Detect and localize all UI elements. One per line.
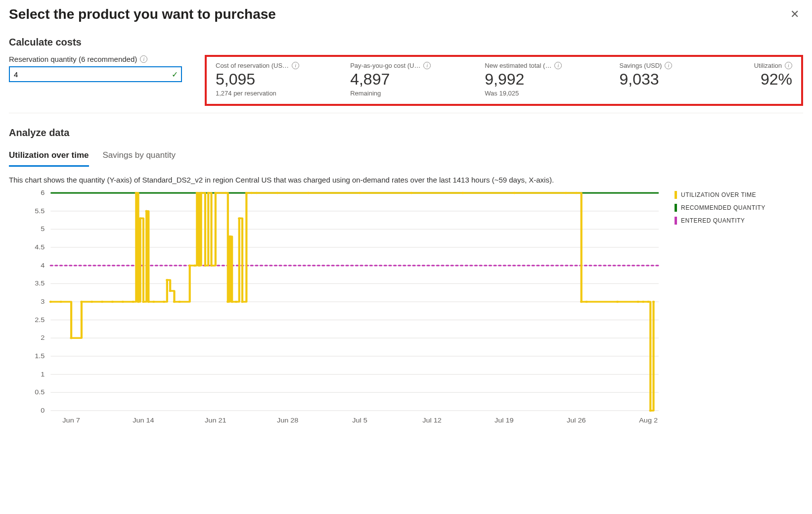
info-icon[interactable]: i bbox=[554, 62, 562, 69]
svg-point-48 bbox=[139, 217, 141, 219]
metric-label: Cost of reservation (US… bbox=[216, 62, 289, 69]
legend-item-recommended: RECOMMENDED QUANTITY bbox=[675, 204, 803, 212]
svg-text:2.5: 2.5 bbox=[35, 317, 45, 324]
svg-point-80 bbox=[410, 192, 412, 194]
close-button[interactable]: ✕ bbox=[786, 6, 803, 23]
svg-point-76 bbox=[256, 192, 258, 194]
metric-payg: Pay-as-you-go cost (U… i 4,897 Remaining bbox=[350, 62, 475, 97]
svg-point-88 bbox=[637, 301, 639, 303]
svg-text:2: 2 bbox=[41, 334, 45, 341]
svg-text:Jul 26: Jul 26 bbox=[567, 417, 586, 424]
svg-text:Jun 14: Jun 14 bbox=[133, 417, 154, 424]
info-icon[interactable]: i bbox=[292, 62, 299, 69]
info-icon[interactable]: i bbox=[140, 55, 147, 63]
legend-label: RECOMMENDED QUANTITY bbox=[681, 204, 766, 211]
legend-item-entered: ENTERED QUANTITY bbox=[675, 217, 803, 225]
close-icon: ✕ bbox=[790, 8, 799, 20]
calculate-costs-heading: Calculate costs bbox=[9, 37, 803, 48]
svg-point-71 bbox=[235, 301, 237, 303]
svg-text:Jun 28: Jun 28 bbox=[277, 417, 298, 424]
svg-point-78 bbox=[307, 192, 310, 194]
svg-point-60 bbox=[196, 192, 198, 194]
svg-text:Jul 19: Jul 19 bbox=[495, 417, 514, 424]
svg-text:Jun 21: Jun 21 bbox=[205, 417, 226, 424]
svg-point-84 bbox=[575, 192, 578, 194]
svg-point-68 bbox=[226, 301, 229, 303]
svg-point-90 bbox=[647, 301, 649, 303]
svg-point-81 bbox=[461, 192, 464, 194]
svg-point-47 bbox=[137, 301, 139, 303]
metric-label: New estimated total (… bbox=[485, 62, 551, 69]
chart-legend: UTILIZATION OVER TIME RECOMMENDED QUANTI… bbox=[665, 189, 803, 426]
info-icon[interactable]: i bbox=[423, 62, 431, 69]
svg-point-55 bbox=[169, 290, 171, 292]
svg-text:Jul 12: Jul 12 bbox=[422, 417, 442, 424]
svg-point-42 bbox=[101, 301, 103, 303]
svg-point-75 bbox=[250, 192, 253, 194]
chart-description: This chart shows the quantity (Y-axis) o… bbox=[9, 176, 803, 184]
checkmark-icon: ✓ bbox=[172, 70, 178, 79]
tab-savings-by-quantity[interactable]: Savings by quantity bbox=[103, 147, 176, 167]
svg-point-63 bbox=[204, 264, 206, 266]
svg-point-45 bbox=[132, 301, 134, 303]
svg-point-72 bbox=[238, 217, 240, 219]
svg-point-66 bbox=[214, 192, 217, 194]
svg-point-77 bbox=[276, 192, 278, 194]
svg-point-61 bbox=[198, 264, 200, 266]
svg-point-83 bbox=[565, 192, 567, 194]
metric-subtext: 1,274 per reservation bbox=[216, 90, 340, 97]
metric-value: 9,992 bbox=[485, 70, 609, 89]
info-icon[interactable]: i bbox=[785, 62, 792, 69]
svg-point-85 bbox=[580, 301, 583, 303]
legend-swatch-icon bbox=[675, 204, 677, 212]
svg-point-64 bbox=[207, 192, 210, 194]
svg-point-89 bbox=[642, 301, 644, 303]
svg-point-56 bbox=[173, 301, 176, 303]
info-icon[interactable]: i bbox=[665, 62, 672, 69]
metric-new-total: New estimated total (… i 9,992 Was 19,02… bbox=[485, 62, 609, 97]
svg-point-70 bbox=[231, 301, 233, 303]
legend-swatch-icon bbox=[675, 191, 677, 199]
svg-point-43 bbox=[111, 301, 114, 303]
svg-text:0.5: 0.5 bbox=[35, 389, 45, 396]
metric-value: 5,095 bbox=[216, 70, 340, 89]
svg-text:Jun 7: Jun 7 bbox=[62, 417, 80, 424]
metric-value: 92% bbox=[754, 70, 792, 89]
reservation-quantity-input[interactable] bbox=[9, 66, 182, 82]
metric-savings: Savings (USD) i 9,033 bbox=[619, 62, 744, 97]
reservation-quantity-label: Reservation quantity (6 recommended) bbox=[9, 55, 137, 63]
svg-point-92 bbox=[652, 301, 655, 303]
svg-point-74 bbox=[245, 192, 248, 194]
svg-point-73 bbox=[241, 301, 243, 303]
utilization-chart: 00.511.522.533.544.555.56Jun 7Jun 14Jun … bbox=[9, 189, 665, 426]
reservation-quantity-block: Reservation quantity (6 recommended) i ✓ bbox=[9, 55, 197, 82]
cost-metrics-panel: Cost of reservation (US… i 5,095 1,274 p… bbox=[205, 55, 803, 106]
metric-label: Savings (USD) bbox=[619, 62, 662, 69]
svg-point-52 bbox=[152, 301, 155, 303]
svg-text:5: 5 bbox=[41, 226, 45, 233]
svg-point-62 bbox=[200, 192, 202, 194]
svg-point-69 bbox=[228, 235, 231, 237]
svg-point-39 bbox=[70, 337, 72, 339]
svg-text:Aug 2: Aug 2 bbox=[639, 417, 658, 424]
svg-text:3.5: 3.5 bbox=[35, 280, 45, 287]
metric-utilization: Utilization i 92% bbox=[754, 62, 792, 97]
legend-swatch-icon bbox=[675, 217, 677, 225]
svg-text:1: 1 bbox=[41, 371, 45, 378]
metric-label: Pay-as-you-go cost (U… bbox=[350, 62, 420, 69]
metric-value: 9,033 bbox=[619, 70, 744, 89]
svg-point-50 bbox=[145, 210, 148, 212]
svg-text:Jul 5: Jul 5 bbox=[352, 417, 367, 424]
metric-subtext: Was 19,025 bbox=[485, 90, 609, 97]
metric-cost-reservation: Cost of reservation (US… i 5,095 1,274 p… bbox=[216, 62, 340, 97]
legend-label: ENTERED QUANTITY bbox=[681, 217, 745, 224]
svg-text:5.5: 5.5 bbox=[35, 208, 45, 215]
svg-point-91 bbox=[649, 410, 652, 412]
svg-point-86 bbox=[585, 301, 587, 303]
svg-point-58 bbox=[188, 264, 191, 266]
svg-text:4.5: 4.5 bbox=[35, 244, 45, 251]
svg-point-82 bbox=[513, 192, 516, 194]
tab-utilization-over-time[interactable]: Utilization over time bbox=[9, 147, 89, 167]
svg-text:1.5: 1.5 bbox=[35, 353, 45, 360]
svg-point-44 bbox=[122, 301, 124, 303]
